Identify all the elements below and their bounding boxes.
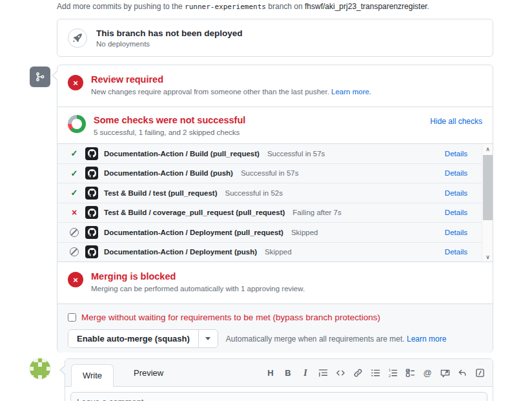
check-status-text: Failing after 7s: [292, 209, 341, 216]
check-details-link[interactable]: Details: [445, 150, 467, 158]
cross-reference-icon[interactable]: [438, 366, 452, 380]
check-skipped-icon: [70, 247, 79, 256]
check-failure-icon: ×: [69, 207, 79, 218]
auto-merge-options-button[interactable]: [198, 330, 218, 347]
auto-merge-note: Automatically merge when all requirement…: [226, 334, 447, 344]
auto-merge-split-button: Enable auto-merge (squash): [68, 329, 218, 348]
review-description-text: New changes require approval from someon…: [91, 88, 329, 96]
add-commits-note: Add more commits by pushing to the runne…: [57, 2, 429, 11]
merging-blocked-section: × Merging is blocked Merging can be perf…: [57, 262, 493, 304]
check-success-icon: ✓: [69, 169, 79, 178]
check-name: Documentation-Action / Deployment (pull_…: [104, 229, 283, 236]
check-status-text: Skipped: [291, 229, 318, 236]
check-details-link[interactable]: Details: [445, 209, 467, 216]
heading-icon[interactable]: H: [263, 366, 278, 380]
git-branch-icon: [30, 67, 50, 87]
user-avatar: [30, 358, 50, 379]
checks-summary-title: Some checks were not successful: [94, 114, 245, 126]
check-row: ✓ Documentation-Action / Build (push) Su…: [57, 164, 482, 184]
check-status-text: Skipped: [265, 248, 292, 256]
review-required-text: Review required New changes require appr…: [91, 74, 371, 98]
merging-blocked-text: Merging is blocked Merging can be perfor…: [91, 271, 305, 295]
x-circle-icon: ×: [68, 272, 83, 287]
review-required-title: Review required: [91, 74, 371, 85]
check-status-text: Successful in 57s: [241, 169, 299, 177]
deployment-title: This branch has not been deployed: [96, 28, 243, 38]
check-success-icon: ✓: [69, 188, 79, 198]
check-details-link[interactable]: Details: [445, 189, 467, 197]
check-row: ✓ Documentation-Action / Build (pull_req…: [57, 144, 482, 164]
enable-auto-merge-button[interactable]: Enable auto-merge (squash): [68, 330, 198, 347]
check-name: Documentation-Action / Build (pull_reque…: [104, 150, 260, 158]
svg-text:1: 1: [388, 368, 390, 372]
checks-list: ✓ Documentation-Action / Build (pull_req…: [57, 144, 493, 262]
auto-merge-learn-more-link[interactable]: Learn more: [407, 334, 446, 344]
reply-icon[interactable]: [455, 366, 469, 380]
tab-write[interactable]: Write: [71, 364, 114, 387]
check-row: × Test & Build / coverage_pull_request (…: [57, 203, 482, 223]
check-row: Documentation-Action / Deployment (push)…: [57, 243, 482, 263]
note-middle: branch on: [268, 2, 302, 11]
comment-toolbar: H B I 12 @: [263, 359, 487, 387]
auto-merge-note-text: Automatically merge when all requirement…: [226, 334, 405, 344]
unordered-list-icon[interactable]: [368, 366, 382, 380]
deployment-subtitle: No deployments: [96, 40, 243, 48]
comment-body: Leave a comment: [65, 387, 493, 401]
check-status-text: Successful in 52s: [225, 189, 283, 197]
chevron-down-icon: [205, 337, 210, 343]
check-details-link[interactable]: Details: [445, 169, 467, 177]
bypass-label: Merge without waiting for requirements t…: [81, 313, 380, 322]
scrollbar-down-arrow[interactable]: ∨: [482, 252, 493, 262]
svg-text:2: 2: [388, 374, 390, 378]
scrollbar-thumb[interactable]: [483, 155, 493, 220]
note-prefix: Add more commits by pushing to the: [57, 2, 183, 11]
italic-icon[interactable]: I: [298, 366, 312, 380]
check-details-link[interactable]: Details: [445, 248, 467, 256]
note-suffix: .: [427, 2, 429, 11]
comment-input[interactable]: Leave a comment: [70, 392, 487, 401]
review-learn-more-link[interactable]: Learn more.: [331, 88, 371, 96]
bypass-checkbox[interactable]: [68, 313, 76, 322]
check-row: Documentation-Action / Deployment (pull_…: [57, 223, 482, 243]
checks-scrollbar[interactable]: ∧ ∨: [482, 144, 493, 262]
link-icon[interactable]: [351, 366, 365, 380]
checks-donut-icon: [68, 115, 86, 133]
checks-summary-text: Some checks were not successful 5 succes…: [94, 114, 245, 135]
ordered-list-icon[interactable]: 12: [385, 366, 400, 380]
merging-blocked-description: Merging can be performed automatically w…: [91, 285, 305, 293]
check-name: Test & Build / coverage_pull_request (pu…: [104, 209, 285, 216]
check-name: Documentation-Action / Build (push): [104, 169, 233, 177]
tab-preview[interactable]: Preview: [123, 362, 174, 384]
slash-commands-icon[interactable]: [473, 366, 487, 380]
comment-header: Write Preview H B I 12 @: [65, 359, 493, 387]
check-row: ✓ Test & Build / test (pull_request) Suc…: [57, 183, 482, 203]
check-name: Test & Build / test (pull_request): [104, 189, 218, 197]
task-list-icon[interactable]: [403, 366, 417, 380]
check-status-text: Successful in 57s: [267, 150, 325, 158]
scrollbar-up-arrow[interactable]: ∧: [482, 144, 493, 154]
merge-controls-section: Merge without waiting for requirements t…: [57, 304, 493, 353]
code-icon[interactable]: [333, 366, 347, 380]
hide-all-checks-link[interactable]: Hide all checks: [430, 117, 482, 126]
comment-composer: Write Preview H B I 12 @ Leave a comment: [65, 358, 493, 401]
pull-request-merge-area: Add more commits by pushing to the runne…: [0, 0, 532, 401]
check-name: Documentation-Action / Deployment (push): [104, 248, 257, 256]
check-details-link[interactable]: Details: [445, 229, 467, 236]
merging-blocked-title: Merging is blocked: [91, 271, 305, 282]
review-required-section: × Review required New changes require ap…: [57, 65, 493, 107]
deployment-status-box: This branch has not been deployed No dep…: [57, 19, 493, 57]
quote-icon[interactable]: [316, 366, 330, 380]
bold-icon[interactable]: B: [281, 366, 295, 380]
check-success-icon: ✓: [69, 149, 79, 158]
github-actions-avatar: [85, 147, 98, 160]
github-actions-avatar: [85, 226, 98, 239]
check-skipped-icon: [70, 228, 79, 237]
deployment-text: This branch has not been deployed No dep…: [96, 28, 243, 48]
branch-name-code: runner-experiements: [185, 3, 266, 11]
mention-icon[interactable]: @: [420, 366, 435, 380]
checks-summary-section: Some checks were not successful 5 succes…: [57, 107, 493, 144]
checks-summary-subtitle: 5 successful, 1 failing, and 2 skipped c…: [94, 129, 245, 136]
repo-name: fhswf/aki_prj23_transparenzregister: [305, 2, 427, 11]
rocket-icon: [68, 28, 87, 48]
review-required-description: New changes require approval from someon…: [91, 88, 371, 96]
